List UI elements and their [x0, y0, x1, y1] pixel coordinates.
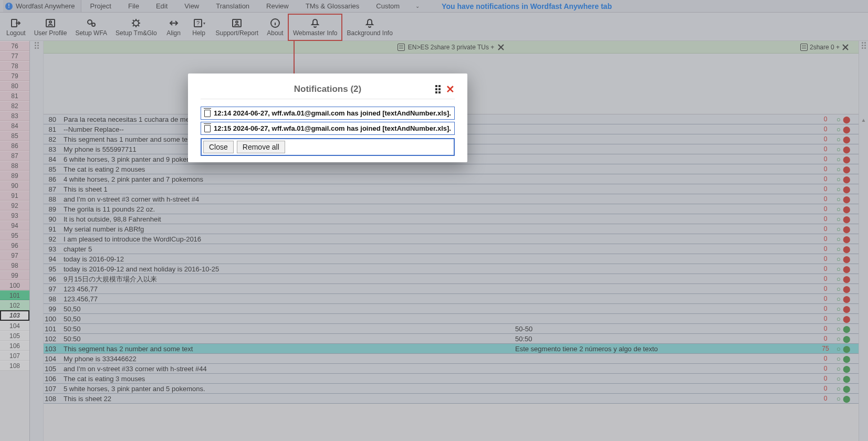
notifications-list: 12:14 2024-06-27, wff.wfa.01@gmail.com h… [188, 99, 467, 135]
trash-icon[interactable] [204, 125, 211, 132]
drag-handle-icon[interactable] [435, 85, 441, 93]
notification-text: 12:14 2024-06-27, wff.wfa.01@gmail.com h… [214, 109, 451, 117]
modal-overlay [0, 0, 868, 441]
notification-item: 12:15 2024-06-27, wff.wfa.01@gmail.com h… [201, 122, 455, 135]
dialog-title: Notifications (2) [213, 84, 442, 94]
trash-icon[interactable] [204, 110, 211, 117]
notification-item: 12:14 2024-06-27, wff.wfa.01@gmail.com h… [201, 107, 455, 120]
notifications-dialog: Notifications (2) ✕ 12:14 2024-06-27, wf… [188, 74, 467, 162]
close-button[interactable]: Close [203, 141, 234, 153]
remove-all-button[interactable]: Remove all [237, 141, 285, 153]
close-icon[interactable]: ✕ [446, 84, 455, 94]
notification-text: 12:15 2024-06-27, wff.wfa.01@gmail.com h… [214, 124, 451, 132]
